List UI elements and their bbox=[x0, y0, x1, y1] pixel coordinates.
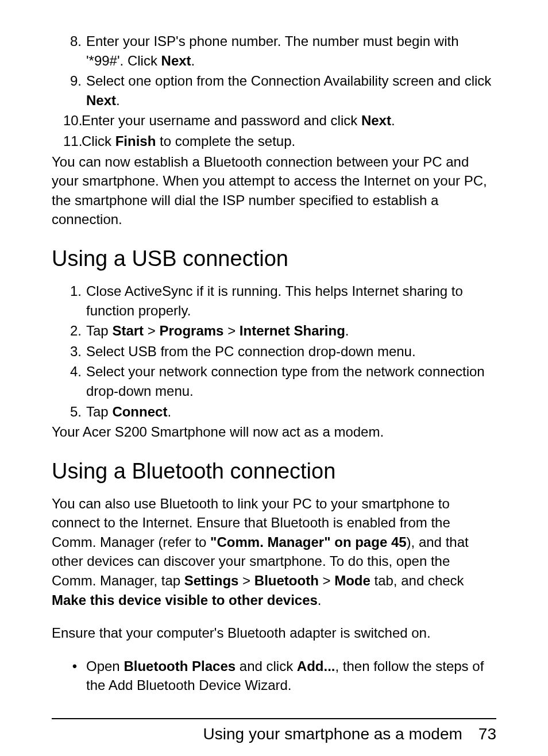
footer-title: Using your smartphone as a modem bbox=[203, 725, 462, 743]
heading-bluetooth: Using a Bluetooth connection bbox=[52, 459, 496, 484]
list-item: 2.Tap Start > Programs > Internet Sharin… bbox=[63, 321, 496, 341]
list-text: Select USB from the PC connection drop-d… bbox=[86, 342, 496, 361]
bullet-text: Open Bluetooth Places and click Add..., … bbox=[86, 657, 496, 695]
list-number: 4. bbox=[63, 362, 86, 400]
list-number: 9. bbox=[63, 71, 86, 110]
paragraph-bluetooth-1: You can also use Bluetooth to link your … bbox=[52, 494, 496, 610]
list-number: 10. bbox=[63, 111, 82, 130]
list-number: 11. bbox=[63, 132, 82, 151]
list-item: 4.Select your network connection type fr… bbox=[63, 362, 496, 400]
document-page: 8.Enter your ISP's phone number. The num… bbox=[0, 0, 548, 756]
list-number: 2. bbox=[63, 321, 86, 341]
list-item: 11.Click Finish to complete the setup. bbox=[63, 132, 496, 151]
list-item: 10.Enter your username and password and … bbox=[63, 111, 496, 130]
page-number: 73 bbox=[478, 725, 496, 743]
list-text: Enter your username and password and cli… bbox=[82, 111, 496, 130]
list-number: 5. bbox=[63, 402, 86, 422]
list-number: 3. bbox=[63, 342, 86, 361]
bullet-icon: • bbox=[63, 657, 86, 695]
list-number: 1. bbox=[63, 281, 86, 320]
list-item: 3.Select USB from the PC connection drop… bbox=[63, 342, 496, 361]
list-text: Enter your ISP's phone number. The numbe… bbox=[86, 32, 496, 70]
list-item: 1.Close ActiveSync if it is running. Thi… bbox=[63, 281, 496, 320]
list-item: 9.Select one option from the Connection … bbox=[63, 71, 496, 110]
list-number: 8. bbox=[63, 32, 86, 70]
list-text: Select your network connection type from… bbox=[86, 362, 496, 400]
paragraph-after-top: You can now establish a Bluetooth connec… bbox=[52, 152, 496, 229]
list-item: 8.Enter your ISP's phone number. The num… bbox=[63, 32, 496, 70]
list-text: Select one option from the Connection Av… bbox=[86, 71, 496, 110]
footer-divider bbox=[52, 718, 496, 719]
ordered-list-top: 8.Enter your ISP's phone number. The num… bbox=[63, 32, 496, 151]
list-text: Click Finish to complete the setup. bbox=[82, 132, 496, 151]
list-item: 5.Tap Connect. bbox=[63, 402, 496, 422]
ordered-list-usb: 1.Close ActiveSync if it is running. Thi… bbox=[63, 281, 496, 421]
list-text: Tap Connect. bbox=[86, 402, 496, 422]
paragraph-after-usb: Your Acer S200 Smartphone will now act a… bbox=[52, 422, 496, 442]
list-text: Close ActiveSync if it is running. This … bbox=[86, 281, 496, 320]
bullet-item: • Open Bluetooth Places and click Add...… bbox=[63, 657, 496, 695]
paragraph-bluetooth-2: Ensure that your computer's Bluetooth ad… bbox=[52, 623, 496, 643]
page-footer: Using your smartphone as a modem 73 bbox=[52, 725, 496, 743]
list-text: Tap Start > Programs > Internet Sharing. bbox=[86, 321, 496, 341]
heading-usb: Using a USB connection bbox=[52, 246, 496, 271]
